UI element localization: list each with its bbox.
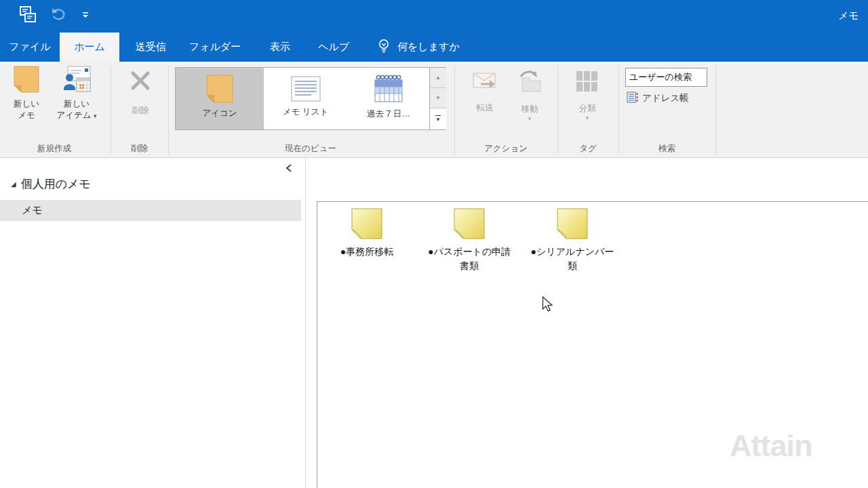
quick-access-toolbar [19, 5, 90, 26]
group-label-current-view: 現在のビュー [175, 142, 446, 155]
address-book-button[interactable]: アドレス帳 [627, 92, 689, 105]
attain-watermark: Attain [730, 428, 812, 464]
tell-me-box[interactable]: 何をしますか [377, 33, 460, 62]
notes-view-icon[interactable] [19, 5, 37, 26]
group-label-new: 新規作成 [0, 142, 108, 155]
forward-envelope-icon [473, 71, 497, 94]
group-label-delete: 削除 [111, 142, 168, 155]
undo-icon[interactable] [52, 7, 66, 24]
group-label-actions: アクション [454, 142, 557, 155]
sticky-note-icon [557, 208, 588, 242]
move-folder-icon [517, 70, 542, 96]
note-title-line1: ●パスポートの申請 [428, 246, 511, 257]
note-title-line1: ●シリアルナンバー [531, 246, 614, 257]
tab-home[interactable]: ホーム [60, 33, 119, 62]
view-icon-label: アイコン [202, 108, 237, 119]
window-title: メモ [838, 9, 859, 22]
categorize-grid-icon [575, 70, 599, 96]
tab-send-receive[interactable]: 送受信 [125, 33, 176, 62]
folder-item-notes[interactable]: メモ [0, 200, 301, 221]
folder-group-my-notes[interactable]: ◢ 個人用のメモ [11, 176, 91, 192]
tab-view[interactable]: 表示 [259, 33, 301, 62]
sticky-note-icon [454, 208, 485, 242]
new-note-button[interactable]: 新しい メモ [4, 66, 49, 121]
delete-button[interactable]: 削除 [119, 66, 161, 117]
expand-triangle-icon: ◢ [11, 181, 16, 188]
new-items-button[interactable]: 新しい アイテム ▾ [50, 66, 103, 122]
delete-x-icon [130, 70, 151, 94]
group-label-find: 検索 [618, 142, 715, 155]
forward-label: 転送 [477, 102, 494, 114]
view-option-notes-list[interactable]: メモ リスト [264, 68, 347, 129]
move-button[interactable]: 移動 ▾ [509, 66, 551, 122]
new-items-label-1: 新しい [64, 99, 90, 108]
view-option-icon[interactable]: アイコン [176, 68, 264, 129]
ribbon-separator [715, 66, 716, 154]
note-title-line1: ●事務所移転 [340, 246, 393, 257]
lightbulb-icon [377, 38, 391, 56]
categorize-label: 分類 [579, 103, 596, 115]
categorize-dropdown-caret: ▾ [586, 115, 589, 121]
tab-help[interactable]: ヘルプ [311, 33, 357, 62]
note-title-line2: 書類 [460, 260, 479, 271]
new-items-dropdown-caret: ▾ [94, 113, 97, 119]
address-book-label: アドレス帳 [642, 92, 689, 104]
note-serial-numbers[interactable]: ●シリアルナンバー 類 [511, 208, 633, 273]
ribbon-separator [111, 66, 111, 154]
customize-qat-icon[interactable] [81, 9, 90, 22]
mouse-cursor-icon [542, 296, 554, 317]
note-title-line2: 類 [568, 260, 577, 271]
new-items-icon [62, 66, 91, 96]
minimize-folder-pane-icon[interactable] [285, 163, 292, 176]
view-last7days-label: 過去 7 日… [367, 108, 410, 120]
new-note-icon [13, 66, 40, 96]
folder-group-label: 個人用のメモ [21, 176, 91, 192]
ribbon-separator [454, 66, 455, 154]
tab-folder[interactable]: フォルダー [182, 33, 248, 62]
icon-view-icon [205, 75, 234, 106]
ribbon-separator [557, 66, 558, 154]
sticky-note-icon [351, 208, 382, 242]
gallery-scroll-up-icon[interactable]: ▲ [430, 68, 446, 88]
ribbon-tab-row: ファイル ホーム 送受信 フォルダー 表示 ヘルプ 何をしますか [0, 33, 868, 62]
title-bar: メモ [0, 0, 868, 33]
ribbon-separator [168, 66, 169, 154]
ribbon: 新しい メモ 新しい アイテム ▾ 新規作成 [0, 62, 868, 158]
group-label-tags: タグ [557, 142, 618, 155]
find-contact-input[interactable] [625, 68, 707, 87]
new-note-label-2: メモ [18, 110, 35, 120]
view-option-last7days[interactable]: 過去 7 日… [347, 68, 430, 129]
ribbon-separator [618, 66, 619, 154]
new-items-label-2: アイテム [56, 110, 91, 120]
gallery-scroll-down-icon[interactable]: ▼ [430, 88, 446, 108]
forward-button[interactable]: 転送 [464, 66, 506, 114]
address-book-icon [627, 92, 639, 105]
gallery-scrollbar: ▲ ▼ ▼ [429, 68, 446, 129]
notes-list-icon [291, 76, 321, 104]
new-note-label-1: 新しい [14, 99, 39, 108]
folder-pane: ◢ 個人用のメモ メモ [0, 158, 305, 488]
move-dropdown-caret: ▾ [528, 115, 532, 122]
tab-file[interactable]: ファイル [5, 33, 54, 62]
calendar-icon [374, 74, 403, 106]
tell-me-label: 何をしますか [397, 41, 460, 54]
view-notes-list-label: メモ リスト [283, 106, 328, 118]
move-label: 移動 [521, 104, 538, 115]
delete-label: 削除 [132, 105, 149, 117]
categorize-button[interactable]: 分類 ▾ [567, 66, 608, 121]
gallery-more-icon[interactable]: ▼ [430, 108, 446, 129]
current-view-gallery: アイコン メモ リスト [175, 67, 446, 130]
